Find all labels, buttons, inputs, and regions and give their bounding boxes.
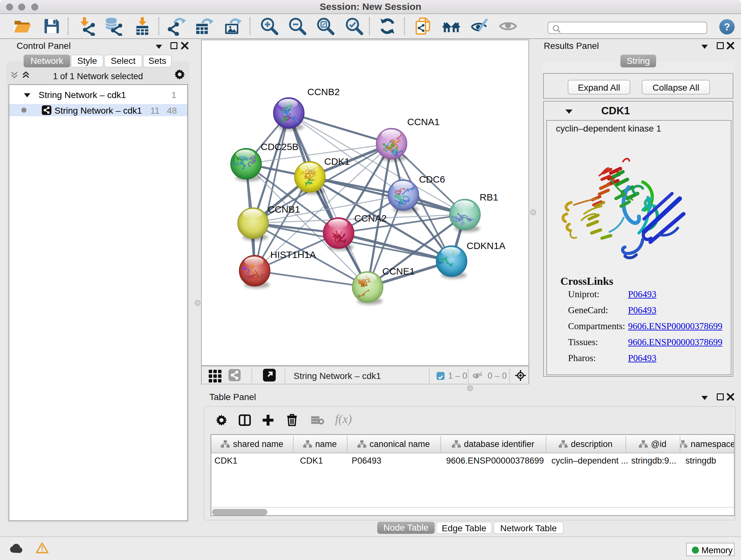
svg-text:RB1: RB1 (480, 192, 498, 202)
svg-text:CCNE1: CCNE1 (382, 266, 415, 276)
svg-text:CCNB1: CCNB1 (268, 204, 300, 214)
svg-text:CDC25B: CDC25B (261, 141, 298, 152)
svg-text:CCNA2: CCNA2 (354, 213, 387, 224)
svg-text:CDK1: CDK1 (324, 156, 350, 167)
svg-text:CDC6: CDC6 (419, 174, 445, 185)
svg-text:CCNA1: CCNA1 (407, 117, 440, 127)
svg-text:CCNB2: CCNB2 (307, 86, 340, 97)
svg-text:CDKN1A: CDKN1A (467, 240, 506, 251)
svg-text:HIST1H1A: HIST1H1A (270, 249, 316, 260)
